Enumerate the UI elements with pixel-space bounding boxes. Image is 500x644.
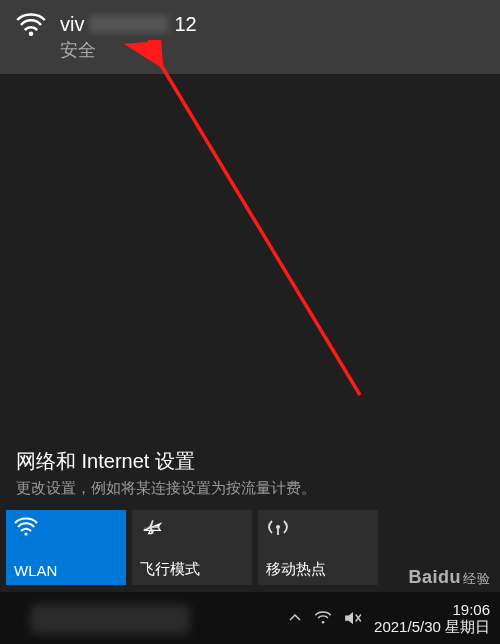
settings-subtitle: 更改设置，例如将某连接设置为按流量计费。 bbox=[16, 479, 484, 498]
svg-point-2 bbox=[24, 532, 27, 535]
wifi-name: viv 12 bbox=[60, 12, 197, 36]
tile-label: 移动热点 bbox=[266, 560, 370, 579]
tile-label: WLAN bbox=[14, 562, 118, 579]
watermark-suffix: 经验 bbox=[463, 571, 490, 586]
tile-wlan[interactable]: WLAN bbox=[6, 510, 126, 585]
watermark: Baidu经验 bbox=[408, 567, 490, 588]
wifi-network-item[interactable]: viv 12 安全 bbox=[0, 0, 500, 74]
settings-title: 网络和 Internet 设置 bbox=[16, 448, 484, 475]
system-tray: 19:06 2021/5/30 星期日 bbox=[288, 601, 490, 636]
tile-mobile-hotspot[interactable]: 移动热点 bbox=[258, 510, 378, 585]
taskbar: 19:06 2021/5/30 星期日 bbox=[0, 592, 500, 644]
taskbar-clock[interactable]: 19:06 2021/5/30 星期日 bbox=[374, 601, 490, 636]
hotspot-icon bbox=[266, 516, 370, 538]
svg-point-5 bbox=[322, 621, 325, 624]
svg-line-1 bbox=[158, 60, 360, 395]
tile-label: 飞行模式 bbox=[140, 560, 244, 579]
wifi-icon bbox=[16, 12, 46, 38]
wifi-name-suffix: 12 bbox=[174, 12, 196, 36]
wifi-status-label: 安全 bbox=[60, 38, 197, 62]
chevron-up-icon[interactable] bbox=[288, 611, 302, 625]
tile-airplane-mode[interactable]: 飞行模式 bbox=[132, 510, 252, 585]
svg-point-0 bbox=[29, 32, 34, 37]
wifi-icon[interactable] bbox=[314, 611, 332, 625]
clock-time: 19:06 bbox=[374, 601, 490, 618]
airplane-icon bbox=[140, 516, 244, 538]
watermark-brand: Baidu bbox=[408, 567, 461, 587]
volume-mute-icon[interactable] bbox=[344, 611, 362, 625]
wifi-text: viv 12 安全 bbox=[60, 12, 197, 62]
wifi-name-redacted bbox=[90, 15, 168, 33]
network-settings-link[interactable]: 网络和 Internet 设置 更改设置，例如将某连接设置为按流量计费。 bbox=[0, 448, 500, 498]
annotation-arrow bbox=[120, 40, 380, 410]
taskbar-redacted bbox=[30, 604, 190, 634]
clock-date: 2021/5/30 星期日 bbox=[374, 618, 490, 635]
network-flyout: viv 12 安全 网络和 Internet 设置 更改设置，例如将某连接设置为… bbox=[0, 0, 500, 644]
wifi-name-prefix: viv bbox=[60, 12, 84, 36]
wifi-icon bbox=[14, 516, 118, 538]
quick-tiles: WLAN 飞行模式 移动热点 bbox=[0, 510, 384, 585]
svg-point-3 bbox=[276, 525, 280, 529]
